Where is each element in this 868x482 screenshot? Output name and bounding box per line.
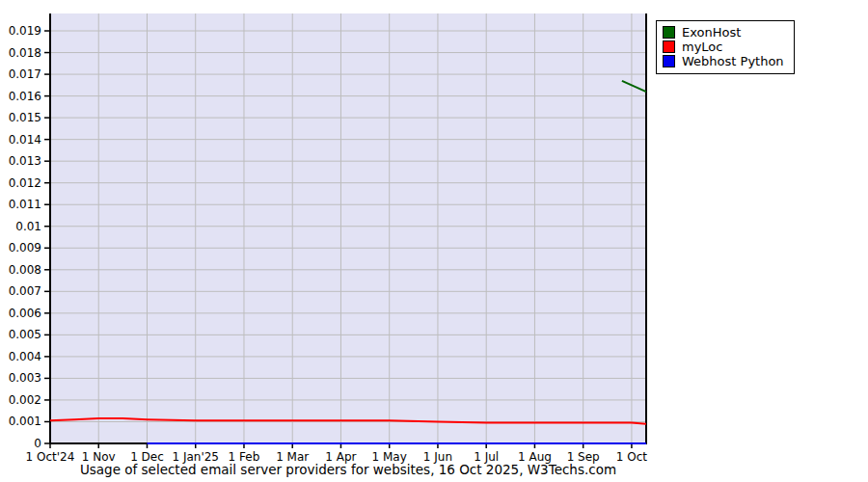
legend-swatch-icon (663, 26, 675, 39)
y-tick-label: 0.013 (9, 154, 41, 168)
y-tick-label: 0.008 (9, 263, 41, 277)
y-tick-label: 0.002 (9, 393, 41, 407)
legend: ExonHostmyLocWebhost Python (656, 20, 795, 74)
y-tick-label: 0.01 (15, 220, 41, 233)
y-tick-label: 0.006 (9, 307, 41, 320)
y-tick-label: 0.015 (9, 111, 41, 124)
legend-item-exonhost: ExonHost (663, 25, 784, 40)
legend-label: ExonHost (682, 25, 741, 40)
chart-canvas: 00.0010.0020.0030.0040.0050.0060.0070.00… (0, 0, 868, 482)
y-tick-label: 0.014 (9, 133, 41, 147)
y-tick-label: 0.001 (9, 415, 41, 428)
y-tick-label: 0.012 (9, 176, 41, 190)
legend-swatch-icon (663, 40, 675, 53)
y-tick-label: 0.005 (9, 328, 41, 341)
legend-label: Webhost Python (682, 54, 784, 68)
y-tick-label: 0.018 (9, 46, 41, 60)
y-tick-label: 0 (34, 437, 41, 450)
y-tick-label: 0.019 (9, 24, 41, 38)
legend-label: myLoc (682, 40, 722, 54)
y-tick-label: 0.017 (9, 67, 41, 81)
legend-item-myloc: myLoc (663, 40, 784, 54)
y-tick-label: 0.003 (9, 371, 41, 385)
plot-area (50, 13, 646, 443)
y-tick-label: 0.011 (9, 198, 41, 211)
legend-swatch-icon (663, 55, 675, 67)
y-tick-label: 0.004 (9, 350, 41, 363)
y-tick-label: 0.007 (9, 284, 41, 298)
chart-title: Usage of selected email server providers… (50, 462, 646, 477)
y-tick-label: 0.009 (9, 241, 41, 254)
y-tick-label: 0.016 (9, 90, 41, 103)
legend-item-webhost-python: Webhost Python (663, 54, 784, 68)
